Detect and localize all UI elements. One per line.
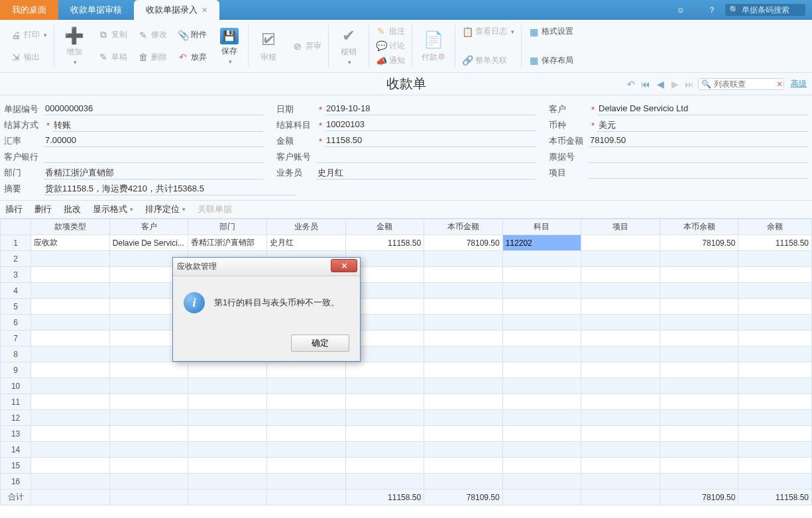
draft-button[interactable]: ✎草稿: [95, 50, 130, 64]
log-icon: 📋: [462, 26, 473, 37]
display-format-button[interactable]: 显示格式▾: [93, 203, 133, 215]
table-row[interactable]: 1应收款Delavie De Servici...香精江浙沪直销部史月红1115…: [1, 235, 812, 251]
table-row[interactable]: 16: [1, 474, 812, 490]
custbank-field[interactable]: [44, 151, 263, 163]
reject-button[interactable]: ⊘弃审: [290, 39, 324, 53]
list-search[interactable]: 🔍 ✕: [698, 78, 784, 90]
table-row[interactable]: 8: [1, 346, 812, 362]
rate-field[interactable]: 7.00000: [44, 135, 263, 147]
table-row[interactable]: 7: [1, 331, 812, 346]
customer-field[interactable]: Delavie De Servicio Ltd: [597, 103, 808, 115]
undo-nav-icon[interactable]: ↶: [625, 78, 637, 90]
print-button[interactable]: 🖨打印▾: [8, 28, 50, 42]
table-row[interactable]: 10: [1, 378, 812, 394]
batch-button[interactable]: 批改: [64, 203, 81, 215]
amount-field[interactable]: 11158.50: [325, 135, 536, 147]
sort-button[interactable]: 排序定位▾: [145, 203, 186, 215]
date-field[interactable]: 2019-10-18: [325, 103, 536, 115]
audit-button[interactable]: 🗹审核: [253, 25, 284, 68]
copy-button[interactable]: ⧉复制: [95, 28, 130, 42]
ywy-field[interactable]: 史月红: [316, 167, 536, 180]
insert-row-button[interactable]: 插行: [5, 203, 23, 215]
link-button[interactable]: 🔗整单关联: [459, 54, 517, 68]
pizhu-button[interactable]: ✎批注: [373, 25, 408, 38]
table-row[interactable]: 3: [1, 267, 812, 283]
delete-button[interactable]: 🗑删除: [135, 50, 170, 64]
viewlog-button[interactable]: 📋查看日志▾: [459, 25, 517, 38]
dialog-ok-button[interactable]: 确定: [291, 335, 349, 352]
col-amount[interactable]: 金额: [345, 219, 424, 235]
col-balance[interactable]: 余额: [738, 219, 812, 235]
output-button[interactable]: ⇲输出: [8, 50, 50, 64]
table-row[interactable]: 11: [1, 394, 812, 410]
check-icon: ✔: [338, 26, 359, 45]
table-row[interactable]: 2: [1, 251, 812, 267]
table-row[interactable]: 6: [1, 315, 812, 331]
tab-entry[interactable]: 收款单据录入 ✕: [134, 0, 219, 20]
attach-button[interactable]: 📎附件: [175, 28, 209, 42]
add-button[interactable]: ➕增加▾: [58, 25, 90, 68]
customer-label: 客户: [549, 103, 589, 115]
data-grid[interactable]: 款项类型 客户 部门 业务员 金额 本币金额 科目 项目 本币余额 余额 1应收…: [0, 219, 812, 505]
format-button[interactable]: ▦格式设置: [526, 25, 576, 38]
table-row[interactable]: 12: [1, 410, 812, 426]
tab-desktop[interactable]: 我的桌面: [0, 0, 58, 20]
col-baseamount[interactable]: 本币金额: [424, 219, 503, 235]
modify-button[interactable]: ✎修改: [135, 28, 170, 42]
docno-field[interactable]: 0000000036: [44, 103, 263, 115]
first-icon[interactable]: ⏮: [640, 78, 652, 90]
baseamount-field[interactable]: 78109.50: [589, 135, 808, 147]
list-search-input[interactable]: [714, 79, 774, 89]
summary-field[interactable]: 货款11158.5，海运费4210，共计15368.5: [44, 183, 296, 195]
related-button[interactable]: 关联单据: [198, 203, 232, 215]
col-customer[interactable]: 客户: [109, 219, 188, 235]
table-row[interactable]: 5: [1, 299, 812, 315]
table-row[interactable]: 15: [1, 458, 812, 474]
savelayout-button[interactable]: ▦保存布局: [526, 54, 576, 68]
smile-icon[interactable]: ☺: [677, 5, 685, 15]
notify-button[interactable]: 📣通知: [373, 54, 408, 68]
stamp-icon: 🗹: [258, 29, 279, 50]
delete-row-button[interactable]: 删行: [34, 203, 52, 215]
table-row[interactable]: 4: [1, 283, 812, 299]
settle-field[interactable]: 转账: [52, 119, 263, 132]
dialog-title-text: 应收款管理: [177, 261, 217, 272]
col-ywy[interactable]: 业务员: [266, 219, 345, 235]
last-icon[interactable]: ⏭: [683, 78, 695, 90]
prev-icon[interactable]: ◀: [654, 78, 666, 90]
table-row[interactable]: 9: [1, 362, 812, 378]
table-row[interactable]: 14: [1, 442, 812, 458]
project-field[interactable]: [589, 167, 808, 179]
dept-field[interactable]: 香精江浙沪直销部: [44, 167, 263, 180]
tab-audit[interactable]: 收款单据审核: [58, 0, 134, 20]
subject-label: 结算科目: [276, 119, 316, 131]
advanced-link[interactable]: 高级: [791, 78, 807, 89]
hexiao-button[interactable]: ✔核销▾: [333, 25, 365, 68]
close-icon[interactable]: ✕: [202, 6, 207, 15]
discuss-button[interactable]: 💬讨论: [373, 39, 408, 53]
barcode-search-input[interactable]: [742, 5, 801, 15]
doc-icon: 📄: [423, 29, 444, 50]
barcode-search[interactable]: 🔍: [725, 4, 805, 16]
save-button[interactable]: 💾保存▾: [215, 25, 244, 68]
dialog-close-button[interactable]: ✕: [331, 259, 357, 272]
dialog-title-bar[interactable]: 应收款管理 ✕: [173, 258, 360, 276]
abandon-button[interactable]: ↶放弃: [175, 50, 209, 64]
clear-icon[interactable]: ✕: [776, 79, 783, 89]
custacct-field[interactable]: [316, 151, 536, 163]
paybill-button[interactable]: 📄付款单: [416, 25, 451, 68]
currency-field[interactable]: 美元: [597, 119, 808, 132]
subject-field[interactable]: 10020103: [325, 119, 536, 131]
billno-field[interactable]: [589, 151, 808, 163]
chevron-down-icon[interactable]: ▾: [695, 7, 699, 13]
col-subject[interactable]: 科目: [502, 219, 581, 235]
col-type[interactable]: 款项类型: [31, 219, 110, 235]
col-rownum[interactable]: [1, 219, 31, 235]
col-dept[interactable]: 部门: [188, 219, 267, 235]
grid-toolbar: 插行 删行 批改 显示格式▾ 排序定位▾ 关联单据: [0, 200, 812, 219]
help-icon[interactable]: ？: [708, 5, 716, 16]
col-basebalance[interactable]: 本币余额: [660, 219, 738, 235]
col-project[interactable]: 项目: [581, 219, 660, 235]
table-row[interactable]: 13: [1, 426, 812, 442]
next-icon[interactable]: ▶: [669, 78, 681, 90]
